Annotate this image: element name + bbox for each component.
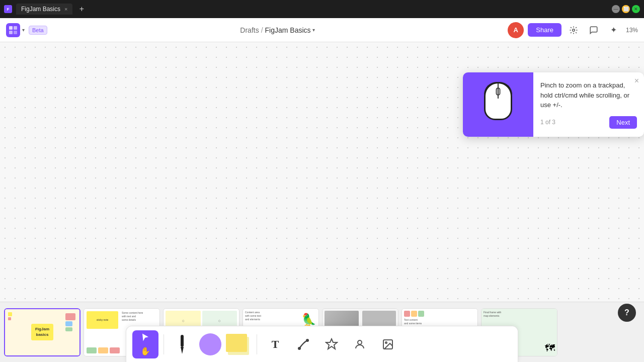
browser-tab[interactable]: FigJam Basics × [16, 4, 72, 15]
text-icon: T [272, 338, 279, 351]
close-window-icon[interactable]: ✕ [632, 5, 640, 13]
logo-icon [6, 23, 20, 37]
canvas[interactable]: × Pinch to zoom on a trackpad, hold ctrl… [0, 42, 644, 302]
tooltip-text: Pinch to zoom on a trackpad, hold ctrl/c… [540, 80, 637, 110]
toolbar-actions: A Share ✦ 13% [508, 22, 638, 38]
svg-rect-2 [9, 31, 13, 34]
tooltip-content: Pinch to zoom on a trackpad, hold ctrl/c… [533, 72, 644, 137]
bottom-toolbar: ✋ T [126, 326, 518, 362]
breadcrumb-chevron-icon: ▾ [312, 27, 315, 33]
sticky-note-icon [226, 334, 251, 355]
breadcrumb-separator: / [261, 26, 263, 34]
settings-icon[interactable] [566, 22, 582, 38]
title-bar: F FigJam Basics × + — ⬜ ✕ [0, 0, 644, 18]
circle-shape-icon [199, 333, 221, 355]
toolbar-divider-2 [257, 334, 257, 354]
svg-rect-3 [14, 31, 17, 34]
beta-badge: Beta [29, 26, 47, 35]
restore-icon[interactable]: ⬜ [622, 5, 630, 13]
toolbar-divider-1 [164, 334, 164, 354]
svg-point-4 [573, 29, 575, 31]
sticky-front [226, 334, 247, 352]
svg-point-12 [385, 342, 387, 343]
svg-marker-6 [181, 347, 184, 354]
stamp-tool[interactable] [318, 331, 345, 357]
svg-rect-0 [9, 26, 13, 30]
breadcrumb-drafts[interactable]: Drafts [240, 26, 259, 34]
new-tab-button[interactable]: + [76, 4, 87, 14]
top-toolbar: ▾ Beta Drafts / FigJam Basics ▾ A Share … [0, 18, 644, 42]
share-button[interactable]: Share [528, 23, 561, 37]
tooltip-illustration [463, 72, 533, 137]
tooltip-progress: 1 of 3 [540, 119, 555, 126]
breadcrumb-current[interactable]: FigJam Basics ▾ [265, 26, 315, 34]
svg-point-7 [306, 339, 309, 342]
app-favicon: F [4, 5, 12, 13]
shape-tool[interactable] [197, 331, 223, 357]
hand-tool-icon: ✋ [140, 346, 150, 356]
sparkle-icon[interactable]: ✦ [606, 22, 622, 38]
tab-label: FigJam Basics [21, 6, 60, 13]
svg-point-10 [358, 340, 362, 344]
breadcrumb: Drafts / FigJam Basics ▾ [240, 26, 314, 34]
text-tool[interactable]: T [262, 331, 288, 357]
pen-tool[interactable] [169, 331, 195, 357]
connector-tool[interactable] [290, 331, 316, 357]
tab-close-icon[interactable]: × [64, 6, 67, 12]
avatar[interactable]: A [508, 22, 524, 38]
frame-thumb-1[interactable]: FigJambasics [4, 308, 80, 356]
zoom-label: 13% [626, 27, 638, 34]
help-button[interactable]: ? [618, 304, 636, 322]
tooltip-close-button[interactable]: × [634, 76, 639, 85]
tooltip-footer: 1 of 3 Next [540, 116, 637, 129]
mouse-top-border [484, 82, 512, 95]
image-tool[interactable] [375, 331, 401, 357]
tooltip-popup: × Pinch to zoom on a trackpad, hold ctrl… [463, 72, 644, 137]
sticky-note-tool[interactable] [225, 331, 252, 357]
chat-icon[interactable] [586, 22, 602, 38]
tooltip-next-button[interactable]: Next [609, 116, 637, 129]
svg-marker-9 [326, 339, 337, 349]
select-tool[interactable]: ✋ [132, 330, 158, 358]
svg-point-8 [298, 347, 301, 350]
svg-rect-1 [14, 26, 17, 30]
logo-chevron: ▾ [22, 27, 25, 33]
svg-rect-5 [181, 335, 184, 347]
people-tool[interactable] [347, 331, 373, 357]
app-logo[interactable]: ▾ [6, 23, 25, 37]
minimize-icon[interactable]: — [612, 5, 620, 13]
window-controls: — ⬜ ✕ [612, 5, 640, 13]
cursor-arrow-icon [141, 333, 150, 344]
